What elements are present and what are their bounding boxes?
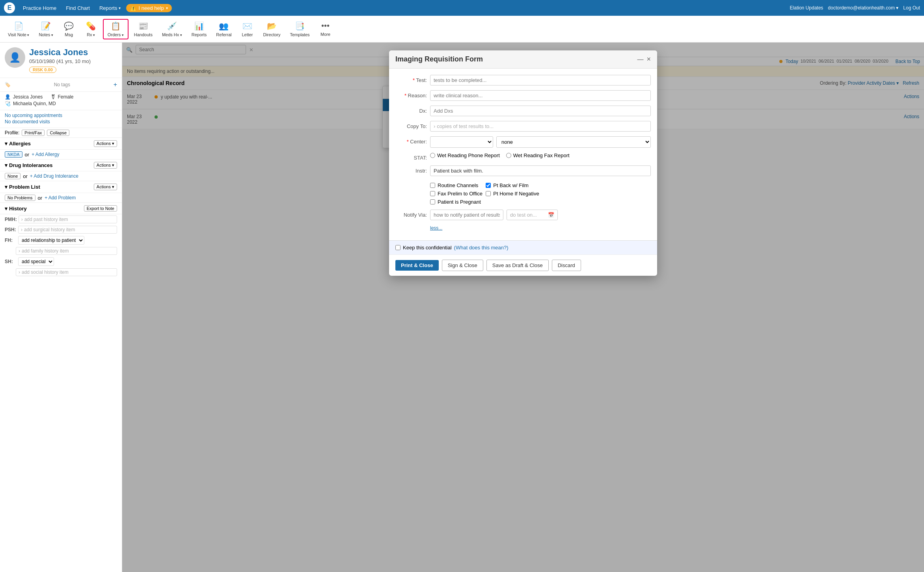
history-title: History xyxy=(9,206,27,212)
copy-to-input[interactable]: › copies of test results to... xyxy=(430,121,651,132)
wet-phone-radio-input[interactable] xyxy=(430,153,435,158)
pt-home-input[interactable] xyxy=(486,191,491,196)
fax-prelim-input[interactable] xyxy=(430,191,435,196)
modal-close-button[interactable]: × xyxy=(646,55,651,63)
fh-history-input[interactable]: › add family history item xyxy=(16,247,117,255)
visit-note-button[interactable]: 📄 Visit Note xyxy=(4,20,33,39)
problem-collapse-icon[interactable]: ▾ xyxy=(5,184,7,190)
i-need-help-button[interactable]: ⚠️ I need help ▾ xyxy=(126,4,171,12)
patient-icon: 👤 xyxy=(5,94,11,100)
pt-back-input[interactable] xyxy=(486,183,491,188)
risk-badge: RISK 0.00 xyxy=(29,67,56,73)
center-select[interactable] xyxy=(430,136,493,148)
templates-icon: 📑 xyxy=(295,21,305,31)
patient-gender: Female xyxy=(58,94,73,100)
sign-close-button[interactable]: Sign & Close xyxy=(442,260,483,271)
stethoscope-icon: 🩺 xyxy=(5,101,11,106)
dx-input[interactable] xyxy=(430,106,651,116)
do-test-on-input[interactable]: do test on... 📅 xyxy=(507,210,558,220)
wet-phone-label: Wet Reading Phone Report xyxy=(437,152,500,158)
fh-relationship-select[interactable]: add relationship to patient xyxy=(18,236,84,245)
sh-input-row: › add social history item xyxy=(0,267,122,277)
pregnant-label: Patient is Pregnant xyxy=(438,199,481,205)
fh-input-row: › add family history item xyxy=(0,246,122,256)
wet-phone-radio[interactable]: Wet Reading Phone Report xyxy=(430,152,500,158)
pt-back-checkbox[interactable]: Pt Back w/ Film xyxy=(486,182,539,188)
print-fax-button[interactable]: Print/Fax xyxy=(22,130,45,136)
tags-section: 🏷️ No tags + xyxy=(0,78,122,92)
instr-field-row: Instr: xyxy=(395,165,651,176)
notify-inputs: do test on... 📅 xyxy=(430,210,558,220)
drug-intolerances-actions-button[interactable]: Actions ▾ xyxy=(94,162,117,169)
add-tag-button[interactable]: + xyxy=(114,81,117,88)
drug-collapse-icon[interactable]: ▾ xyxy=(5,162,7,168)
rx-button[interactable]: 💊 Rx xyxy=(81,20,101,39)
copy-to-label: Copy To: xyxy=(395,121,427,129)
add-problem-link[interactable]: Add Problem xyxy=(45,195,76,201)
add-allergy-link[interactable]: Add Allergy xyxy=(32,152,59,157)
reason-input[interactable] xyxy=(430,90,651,101)
pmh-input[interactable]: › add past history item xyxy=(19,215,117,223)
center-none-select[interactable]: none xyxy=(496,136,651,148)
sh-special-select[interactable]: add special xyxy=(18,257,54,266)
confidential-checkbox[interactable] xyxy=(395,245,401,250)
letter-label: Letter xyxy=(242,32,253,37)
pregnant-checkbox[interactable]: Patient is Pregnant xyxy=(430,199,483,205)
top-nav-right: Elation Updates doctordemo@elationhealth… xyxy=(790,5,920,11)
find-chart-link[interactable]: Find Chart xyxy=(62,4,94,13)
no-appointments-link[interactable]: No upcoming appointments xyxy=(5,113,117,118)
user-email-dropdown[interactable]: doctordemo@elationhealth.com ▾ xyxy=(828,5,898,11)
problem-list-actions-button[interactable]: Actions ▾ xyxy=(94,184,117,190)
handouts-button[interactable]: 📰 Handouts xyxy=(130,20,156,39)
elation-updates-link[interactable]: Elation Updates xyxy=(790,5,823,11)
print-close-button[interactable]: Print & Close xyxy=(395,260,439,271)
logout-link[interactable]: Log Out xyxy=(903,5,920,11)
wet-fax-radio-input[interactable] xyxy=(506,153,511,158)
fh-row: FH: add relationship to patient xyxy=(0,235,122,246)
export-to-note-button[interactable]: Export to Note xyxy=(84,205,117,212)
allergy-or-text: or xyxy=(25,152,30,158)
fax-prelim-checkbox[interactable]: Fax Prelim to Office xyxy=(430,191,483,197)
letter-button[interactable]: ✉️ Letter xyxy=(237,20,257,39)
psh-input[interactable]: › add surgical history item xyxy=(18,226,117,234)
pt-back-label: Pt Back w/ Film xyxy=(493,182,529,188)
allergies-collapse-icon[interactable]: ▾ xyxy=(5,141,7,147)
minimize-icon[interactable]: — xyxy=(637,56,643,63)
less-link[interactable]: less... xyxy=(430,225,442,231)
routine-channels-checkbox[interactable]: Routine Channels xyxy=(430,182,483,188)
no-visits-link[interactable]: No documented visits xyxy=(5,119,117,124)
problem-list-row: No Problems or Add Problem xyxy=(0,193,122,203)
allergies-actions-button[interactable]: Actions ▾ xyxy=(94,140,117,147)
templates-button[interactable]: 📑 Templates xyxy=(286,20,313,39)
what-does-mean-link[interactable]: (What does this mean?) xyxy=(454,245,509,251)
collapse-button[interactable]: Collapse xyxy=(47,130,69,136)
add-drug-intolerance-link[interactable]: Add Drug Intolerance xyxy=(30,173,78,179)
notify-via-row: Notify Via: do test on... 📅 xyxy=(395,210,651,220)
history-collapse-icon[interactable]: ▾ xyxy=(5,206,7,212)
msg-button[interactable]: 💬 Msg xyxy=(59,20,79,39)
practice-home-link[interactable]: Practice Home xyxy=(19,4,60,13)
pt-home-checkbox[interactable]: Pt Home If Negative xyxy=(486,191,539,197)
meds-hx-button[interactable]: 💉 Meds Hx xyxy=(158,20,186,39)
more-button[interactable]: ••• More xyxy=(315,20,336,38)
sh-history-input[interactable]: › add social history item xyxy=(16,268,117,276)
referral-button[interactable]: 👥 Referral xyxy=(212,20,235,39)
problem-list-title: Problem List xyxy=(9,184,40,190)
history-section-header: ▾ History Export to Note xyxy=(0,203,122,214)
problem-or-text: or xyxy=(38,195,43,201)
routine-channels-input[interactable] xyxy=(430,183,435,188)
discard-button[interactable]: Discard xyxy=(552,260,581,271)
reports-toolbar-button[interactable]: 📊 Reports xyxy=(188,20,211,39)
orders-button[interactable]: 📋 Orders xyxy=(103,19,129,39)
save-draft-button[interactable]: Save as Draft & Close xyxy=(486,260,549,271)
instr-input[interactable] xyxy=(430,165,651,176)
test-input[interactable] xyxy=(430,75,651,85)
notify-input[interactable] xyxy=(430,210,503,220)
reports-nav-link[interactable]: Reports ▾ xyxy=(95,4,125,13)
pmh-row: PMH: › add past history item xyxy=(0,214,122,225)
pregnant-input[interactable] xyxy=(430,199,435,204)
wet-fax-radio[interactable]: Wet Reading Fax Report xyxy=(506,152,570,158)
notes-button[interactable]: 📝 Notes xyxy=(35,20,57,39)
directory-button[interactable]: 📂 Directory xyxy=(259,20,284,39)
directory-label: Directory xyxy=(263,32,280,37)
